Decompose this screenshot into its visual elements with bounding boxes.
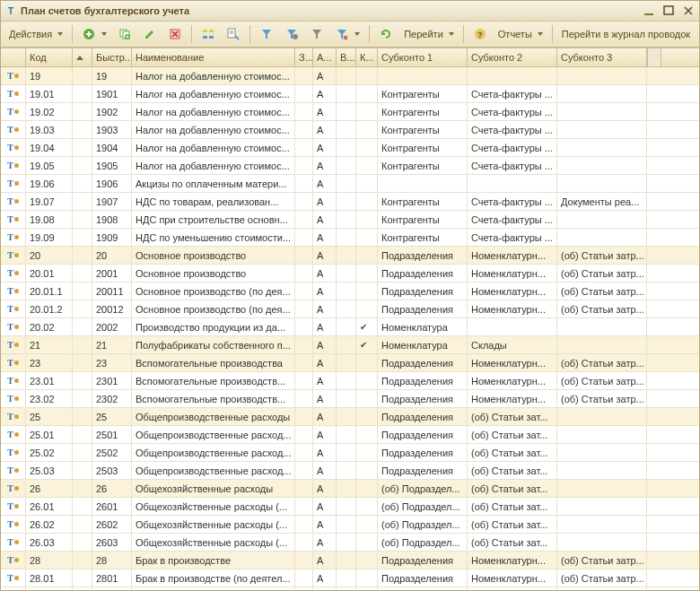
cell-sort — [73, 336, 92, 353]
cell-sk3 — [557, 534, 647, 551]
table-row[interactable]: Т2828Брак в производствеАПодразделенияНо… — [1, 552, 699, 569]
table-row[interactable]: Т20.012001Основное производствоАПодразде… — [1, 265, 699, 282]
filter2-button[interactable] — [280, 23, 303, 45]
col-s4[interactable]: К... — [356, 48, 378, 66]
col-icon[interactable] — [1, 48, 26, 66]
cell-sort — [73, 300, 92, 317]
cell-s2: А — [313, 498, 337, 515]
refresh-button[interactable] — [374, 23, 398, 45]
cell-icon: Т — [1, 282, 26, 300]
table-row[interactable]: Т19.021902Налог на добавленную стоимос..… — [1, 103, 699, 121]
cell-sk3 — [557, 103, 647, 120]
table-row[interactable]: Т2323Вспомогательные производстваАПодраз… — [1, 354, 699, 372]
col-sort[interactable] — [73, 48, 92, 66]
cell-sort — [73, 354, 92, 371]
cell-sk2: Счета-фактуры ... — [468, 211, 557, 228]
cell-sk1: Номенклатура — [378, 318, 468, 335]
reports-menu[interactable]: Отчеты — [494, 23, 547, 45]
cell-sk3 — [557, 157, 647, 174]
table-row[interactable]: Т20.01.220012Основное производство (по д… — [1, 300, 699, 318]
cell-icon: Т — [1, 211, 26, 228]
table-row[interactable]: Т2626Общехозяйственные расходыА(об) Подр… — [1, 480, 699, 498]
table-row[interactable]: Т19.031903Налог на добавленную стоимос..… — [1, 121, 699, 139]
hierarchy-button[interactable] — [197, 23, 220, 45]
cell-name: НДС при строительстве основн... — [132, 211, 295, 228]
edit-button[interactable] — [138, 23, 162, 45]
table-row[interactable]: Т19.081908НДС при строительстве основн..… — [1, 211, 699, 229]
cell-sort — [73, 175, 92, 192]
window-title: План счетов бухгалтерского учета — [21, 5, 642, 16]
cell-name: Брак в производстве — [132, 552, 295, 569]
cell-s1 — [295, 265, 313, 282]
table-row[interactable]: Т19.011901Налог на добавленную стоимос..… — [1, 85, 699, 103]
cell-s4 — [356, 67, 378, 84]
cell-sort — [73, 85, 92, 102]
table-row[interactable]: Т19.061906Акцизы по оплаченным матери...… — [1, 175, 699, 193]
table-row[interactable]: Т2121Полуфабрикаты собственного п...А✔Но… — [1, 336, 699, 354]
table-row[interactable]: Т26.012601Общехозяйственные расходы (...… — [1, 498, 699, 516]
col-s1[interactable]: З... — [295, 48, 313, 66]
col-name[interactable]: Наименование — [132, 48, 295, 66]
col-scroll — [647, 48, 661, 66]
grid-body[interactable]: Т1919Налог на добавленную стоимос...АТ19… — [1, 67, 699, 590]
cell-sk3: (об) Статьи затр... — [557, 390, 647, 407]
table-row[interactable]: Т26.022602Общехозяйственные расходы (...… — [1, 516, 699, 534]
col-code[interactable]: Код — [26, 48, 73, 66]
table-row[interactable]: Т23.022302Вспомогательные производств...… — [1, 390, 699, 408]
grid-header: Код Быстр... Наименование З... А... В...… — [1, 48, 699, 67]
minimize-button[interactable] — [642, 4, 656, 17]
goto-menu[interactable]: Перейти — [399, 23, 459, 45]
refresh-icon — [379, 27, 393, 41]
filter4-button[interactable] — [330, 23, 364, 45]
actions-menu[interactable]: Действия — [4, 23, 67, 45]
cell-icon: Т — [1, 462, 26, 479]
table-row[interactable]: Т23.012301Вспомогательные производств...… — [1, 372, 699, 390]
cell-sk2: Номенклатурн... — [468, 390, 557, 407]
table-row[interactable]: Т20.01.120011Основное производство (по д… — [1, 282, 699, 300]
col-s2[interactable]: А... — [313, 48, 337, 66]
cell-sk2: (об) Статьи зат... — [468, 498, 557, 515]
table-row[interactable]: Т20.022002Производство продукции из да..… — [1, 318, 699, 336]
table-row[interactable]: Т25.022502Общепроизводственные расход...… — [1, 444, 699, 462]
cell-icon: Т — [1, 121, 26, 138]
cell-sort — [73, 462, 92, 479]
table-row[interactable]: Т19.071907НДС по товарам, реализован...А… — [1, 193, 699, 211]
account-icon: Т — [7, 322, 19, 332]
cell-code: 28 — [26, 552, 73, 569]
table-row[interactable]: Т19.091909НДС по уменьшению стоимости...… — [1, 229, 699, 247]
cell-sk3 — [557, 462, 647, 479]
table-row[interactable]: Т19.051905Налог на добавленную стоимос..… — [1, 157, 699, 175]
close-button[interactable] — [681, 4, 696, 17]
account-icon: Т — [7, 143, 19, 152]
cell-s4 — [356, 516, 378, 533]
find-button[interactable] — [222, 23, 245, 45]
copy-button[interactable] — [113, 23, 136, 45]
filter1-button[interactable] — [255, 23, 278, 45]
col-sk1[interactable]: Субконто 1 — [378, 48, 468, 66]
col-s3[interactable]: В... — [337, 48, 356, 66]
add-button[interactable] — [77, 23, 111, 45]
cell-s4 — [356, 462, 378, 479]
col-sk2[interactable]: Субконто 2 — [468, 48, 557, 66]
sort-asc-icon — [76, 56, 83, 60]
table-row[interactable]: Т19.041904Налог на добавленную стоимос..… — [1, 139, 699, 157]
journal-button[interactable]: Перейти в журнал проводок — [557, 23, 695, 45]
table-row[interactable]: Т25.012501Общепроизводственные расход...… — [1, 426, 699, 444]
table-row[interactable]: Т2525Общепроизводственные расходыАПодраз… — [1, 408, 699, 426]
cell-sk3 — [557, 121, 647, 138]
table-row[interactable]: Т25.032503Общепроизводственные расход...… — [1, 462, 699, 480]
table-row[interactable]: Т28.012801Брак в производстве (по деятел… — [1, 569, 699, 587]
filter3-button[interactable] — [305, 23, 328, 45]
table-row[interactable]: Т2020Основное производствоАПодразделения… — [1, 247, 699, 265]
col-fast[interactable]: Быстр... — [92, 48, 132, 66]
delete-button[interactable] — [163, 23, 187, 45]
col-sk3[interactable]: Субконто 3 — [557, 48, 647, 66]
table-row[interactable]: Т26.032603Общехозяйственные расходы (...… — [1, 534, 699, 552]
maximize-button[interactable] — [661, 4, 676, 17]
table-row[interactable]: Т1919Налог на добавленную стоимос...А — [1, 67, 699, 85]
cell-s3 — [337, 390, 356, 407]
help-button[interactable]: ? — [468, 23, 492, 45]
cell-sk1 — [378, 175, 468, 192]
cell-sk3: (об) Статьи затр... — [557, 372, 647, 389]
table-row[interactable]: Т28.022802Брак в производстве (по деятел… — [1, 587, 699, 590]
